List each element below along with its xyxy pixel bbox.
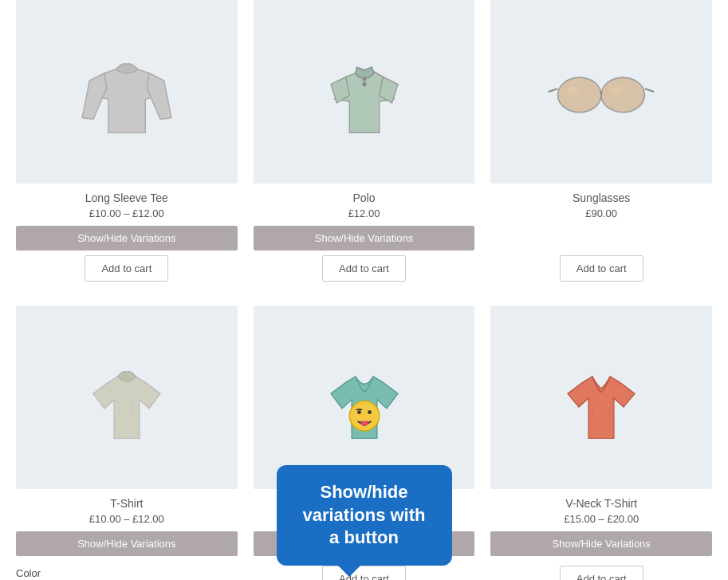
product-price-t-shirt: £10.00 – £12.00 [89,513,164,525]
polo-image [309,36,420,148]
product-v-neck-tshirt: V-Neck T-Shirt £15.00 – £20.00 Show/Hide… [490,306,712,580]
product-title-long-sleeve-tee: Long Sleeve Tee [85,191,168,204]
add-to-cart-btn-long-sleeve-tee[interactable]: Add to cart [85,255,168,282]
product-title-t-shirt: T-Shirt [110,497,143,510]
product-image-sunglasses [490,0,712,183]
show-hide-btn-long-sleeve-tee[interactable]: Show/Hide Variations [16,226,238,251]
bottom-products-grid: T-Shirt £10.00 – £12.00 Show/Hide Variat… [16,306,712,580]
product-image-t-shirt [16,306,238,489]
v-neck-tshirt-image [545,341,657,453]
svg-point-8 [567,86,580,95]
svg-line-6 [549,89,558,92]
long-sleeve-tee-image [71,36,183,148]
svg-point-10 [349,401,379,431]
add-to-cart-btn-polo[interactable]: Add to cart [322,255,406,282]
product-title-sunglasses: Sunglasses [573,191,630,204]
product-price-sunglasses: £90.00 [585,207,617,219]
sunglasses-image [545,36,657,148]
show-hide-btn-t-shirt[interactable]: Show/Hide Variations [16,531,238,556]
product-image-v-neck-tshirt [490,306,712,489]
product-price-v-neck-tshirt: £15.00 – £20.00 [564,513,639,525]
add-to-cart-btn-sunglasses[interactable]: Add to cart [560,255,643,282]
tooltip-bubble: Show/hide variations with a button [277,465,452,566]
product-sunglasses: Sunglasses £90.00 Add to cart [490,0,712,282]
show-hide-btn-v-neck-tshirt[interactable]: Show/Hide Variations [490,531,712,556]
product-price-long-sleeve-tee: £10.00 – £12.00 [89,207,164,219]
svg-point-12 [368,410,372,414]
product-image-long-sleeve-tee [16,0,238,183]
svg-point-3 [558,77,601,112]
product-long-sleeve-tee: Long Sleeve Tee £10.00 – £12.00 Show/Hid… [16,0,238,282]
t-shirt-image [71,341,183,453]
color-variation-group: Color Choose an option ▼ [16,567,238,580]
tooltip-text: Show/hide variations with a button [302,482,425,547]
product-title-v-neck-tshirt: V-Neck T-Shirt [565,497,637,510]
product-price-polo: £12.00 [348,207,380,219]
emoji-tshirt-image [309,341,420,453]
svg-point-11 [357,410,361,414]
product-t-shirt: T-Shirt £10.00 – £12.00 Show/Hide Variat… [16,306,238,580]
svg-point-1 [363,77,366,81]
product-emoji-tshirt: Show/hide variations with a button Emoji… [254,306,475,580]
svg-point-2 [363,83,366,86]
add-to-cart-btn-v-neck-tshirt[interactable]: Add to cart [560,566,643,580]
product-title-polo: Polo [352,191,375,204]
page-wrapper: Long Sleeve Tee £10.00 – £12.00 Show/Hid… [0,0,728,580]
svg-line-7 [645,89,655,92]
svg-point-4 [601,77,644,112]
product-image-emoji-tshirt [254,306,475,489]
product-image-polo [254,0,475,183]
svg-point-9 [611,86,624,95]
show-hide-btn-polo[interactable]: Show/Hide Variations [254,226,475,251]
color-label: Color [16,567,238,579]
product-polo: Polo £12.00 Show/Hide Variations Add to … [254,0,475,282]
top-products-grid: Long Sleeve Tee £10.00 – £12.00 Show/Hid… [16,0,712,282]
variations-panel-t-shirt: Color Choose an option ▼ Size Choose an … [16,567,238,580]
add-to-cart-btn-emoji-tshirt[interactable]: Add to cart [322,566,406,580]
